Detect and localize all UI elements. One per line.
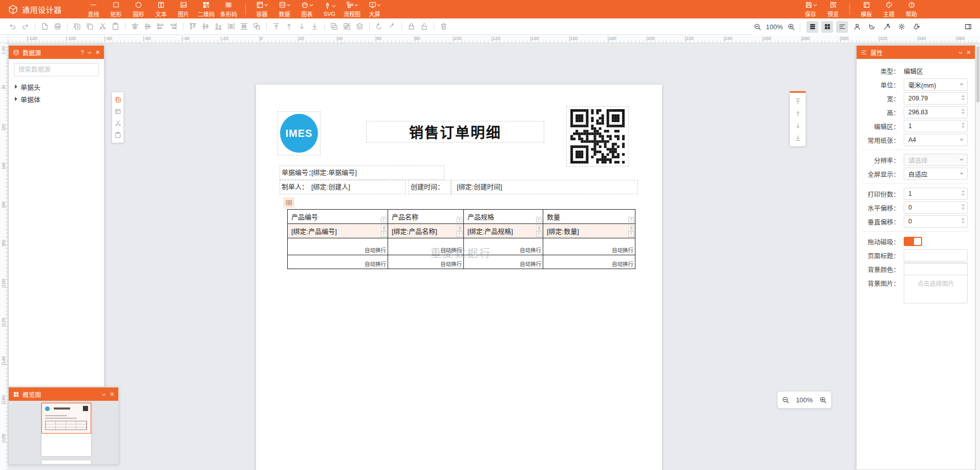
copy-button[interactable] <box>83 21 96 33</box>
overview-body[interactable] <box>9 401 118 464</box>
ungroup-button[interactable] <box>340 21 353 33</box>
tool-chart[interactable]: 图表 <box>296 0 318 18</box>
ctime-binding[interactable]: [绑定:创建时间] <box>457 180 502 194</box>
paste-button[interactable] <box>109 21 122 33</box>
toggle-overview-panel-button[interactable] <box>821 21 833 33</box>
unlock-button[interactable] <box>418 21 431 33</box>
step-down-icon[interactable] <box>962 208 965 210</box>
step-up-icon[interactable] <box>962 218 965 220</box>
prop-number-width[interactable]: 209.79 <box>904 92 968 105</box>
prop-select-paper[interactable]: A4 <box>904 134 968 146</box>
tool-line[interactable]: 直线 <box>82 0 105 18</box>
delete-cell-icon[interactable] <box>457 225 462 231</box>
zoom-in-button[interactable] <box>785 21 797 32</box>
creator-binding[interactable]: [绑定:创建人] <box>311 180 350 194</box>
collapse-icon[interactable] <box>102 392 105 396</box>
design-page[interactable]: IMES 销售订单明细 单据编号： [绑定:单据编号] 制单人： [绑定:创建人… <box>256 85 662 470</box>
table-autowrap-cell[interactable]: 自动换行 <box>288 255 388 269</box>
bring-forward-button[interactable] <box>792 107 804 119</box>
user-button[interactable] <box>851 21 863 33</box>
step-down-icon[interactable] <box>962 126 965 128</box>
table-autowrap-cell[interactable]: 自动换行 <box>388 255 464 269</box>
send-backward-button[interactable] <box>295 21 308 33</box>
magic-wand-button[interactable] <box>881 21 892 33</box>
overview-viewport-rect[interactable] <box>41 403 91 434</box>
number-stepper[interactable] <box>962 218 965 223</box>
table-autowrap-cell[interactable]: 自动换行 <box>543 238 635 255</box>
number-stepper[interactable] <box>962 190 965 196</box>
zoom-in-button[interactable] <box>818 394 829 405</box>
logo-circle[interactable]: IMES <box>280 114 318 153</box>
action-theme[interactable]: 主题 <box>878 0 900 18</box>
panel-layout-button[interactable] <box>962 21 974 33</box>
tool-data[interactable]: 数据 <box>273 0 296 18</box>
toggle-drag-snap[interactable] <box>904 237 922 246</box>
number-stepper[interactable] <box>962 122 965 128</box>
table-settings-button[interactable] <box>283 197 294 208</box>
table-autowrap-cell[interactable]: 自动换行 <box>388 238 464 255</box>
rotate-left-button[interactable] <box>373 21 386 33</box>
bring-forward-button[interactable] <box>283 21 295 33</box>
collapse-icon[interactable] <box>88 50 91 54</box>
align-center-v-button[interactable] <box>129 21 141 33</box>
toggle-datasource-panel-button[interactable] <box>806 21 818 33</box>
send-to-back-button[interactable] <box>308 21 321 33</box>
table-header-cell[interactable]: 产品编号T <box>288 210 388 224</box>
action-help[interactable]: 帮助 <box>900 0 923 18</box>
element-list-button[interactable] <box>113 106 123 117</box>
step-up-icon[interactable] <box>962 204 965 206</box>
table-autowrap-cell[interactable]: 自动换行 <box>464 255 543 269</box>
bring-to-front-button[interactable] <box>270 21 283 33</box>
align-center-h-button[interactable] <box>141 21 154 33</box>
align-bottom-button[interactable] <box>212 21 225 33</box>
step-up-icon[interactable] <box>962 122 965 125</box>
action-preview[interactable]: 预览 <box>822 0 844 18</box>
send-to-back-button[interactable] <box>792 132 804 144</box>
close-icon[interactable]: × <box>967 49 971 56</box>
step-up-icon[interactable] <box>962 109 965 111</box>
table-autowrap-cell[interactable]: 自动换行 <box>288 238 388 255</box>
action-template[interactable]: 模板 <box>855 0 878 18</box>
step-down-icon[interactable] <box>962 221 965 223</box>
tool-circle[interactable]: 圆形 <box>127 0 150 18</box>
step-down-icon[interactable] <box>962 98 965 100</box>
action-save[interactable]: 保存 <box>799 0 822 18</box>
zoom-out-button[interactable] <box>752 21 763 32</box>
settings-button[interactable] <box>896 21 907 33</box>
align-middle-button[interactable] <box>199 21 212 33</box>
prop-number-height[interactable]: 296.83 <box>904 106 968 118</box>
tree-item[interactable]: 单据头 <box>9 80 104 93</box>
datasource-panel-header[interactable]: 数据源 ? × <box>9 46 104 59</box>
tool-image[interactable]: 图片 <box>173 0 195 18</box>
overview-panel-header[interactable]: 概览图 × <box>9 387 118 401</box>
distribute-h-button[interactable] <box>225 21 238 33</box>
bring-to-front-button[interactable] <box>792 95 804 107</box>
zoom-out-button[interactable] <box>780 394 791 405</box>
tool-svg[interactable]: SVG <box>318 0 341 18</box>
step-down-icon[interactable] <box>962 194 965 196</box>
qrcode-element[interactable] <box>566 106 629 167</box>
tool-flowchart[interactable]: 流程图 <box>341 0 364 18</box>
redo-button[interactable] <box>19 21 32 33</box>
table-binding-cell[interactable]: [绑定:产品名称]T <box>388 224 464 238</box>
add-element-button[interactable] <box>113 94 123 106</box>
group-button[interactable] <box>328 21 340 33</box>
number-stepper[interactable] <box>962 204 965 210</box>
logo-element[interactable]: IMES <box>278 111 321 155</box>
help-icon[interactable]: ? <box>81 50 84 55</box>
prop-number-edit-area[interactable]: 1 <box>904 120 968 132</box>
delete-button[interactable] <box>437 21 450 33</box>
doc-new-button[interactable] <box>38 21 51 33</box>
table-header-cell[interactable]: 产品规格T <box>464 210 543 224</box>
table-autowrap-cell[interactable]: 自动换行 <box>464 238 543 255</box>
delete-cell-icon[interactable] <box>628 225 634 231</box>
datasource-search-input[interactable] <box>14 66 98 73</box>
prop-select-resolution[interactable]: 请选择 <box>904 154 968 166</box>
prop-number-offset-x[interactable]: 0 <box>904 201 968 214</box>
table-header-cell[interactable]: 产品名称T <box>388 210 464 224</box>
lock-button[interactable] <box>405 21 418 33</box>
tools-button[interactable] <box>910 21 922 33</box>
step-up-icon[interactable] <box>962 190 965 192</box>
step-down-icon[interactable] <box>962 112 965 114</box>
design-canvas[interactable]: IMES 销售订单明细 单据编号： [绑定:单据编号] 制单人： [绑定:创建人… <box>0 43 980 470</box>
